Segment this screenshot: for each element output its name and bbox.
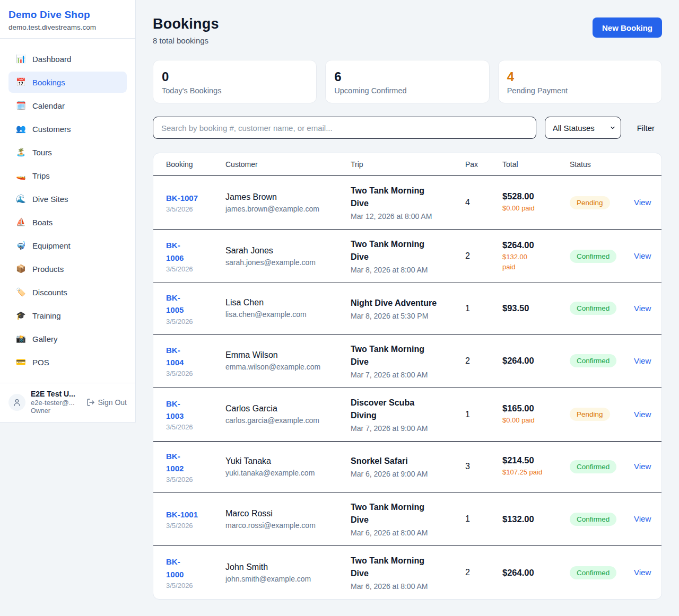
sidebar-item-label: Calendar	[32, 101, 65, 110]
customer-email: marco.rossi@example.com	[225, 521, 351, 530]
total-cell: $132.00	[502, 514, 570, 524]
booking-id-link[interactable]: BK- 1003	[166, 398, 225, 423]
search-input[interactable]	[153, 117, 536, 139]
total-amount: $165.00	[502, 403, 570, 413]
stat-card-todays-bookings: 0 Today's Bookings	[153, 60, 317, 103]
customer-email: sarah.jones@example.com	[225, 258, 351, 267]
sidebar: Demo Dive Shop demo.test.divestreams.com…	[0, 0, 136, 423]
sidebar-item-equipment[interactable]: 🤿 Equipment	[8, 235, 127, 256]
sidebar-item-calendar[interactable]: 🗓️ Calendar	[8, 95, 127, 116]
sidebar-item-products[interactable]: 📦 Products	[8, 258, 127, 279]
view-link[interactable]: View	[634, 304, 651, 313]
booking-date: 3/5/2026	[166, 476, 225, 483]
booking-cell: BK- 1005 3/5/2026	[166, 292, 225, 325]
new-booking-button[interactable]: New Booking	[593, 17, 662, 38]
trip-name: Two Tank Morning Dive	[351, 184, 465, 210]
booking-cell: BK-1007 3/5/2026	[166, 192, 225, 213]
booking-date: 3/5/2026	[166, 205, 225, 213]
sidebar-item-customers[interactable]: 👥 Customers	[8, 118, 127, 139]
trip-cell: Two Tank Morning Dive Mar 6, 2026 at 8:0…	[351, 555, 465, 591]
sidebar-item-training[interactable]: 🎓 Training	[8, 305, 127, 326]
booking-cell: BK- 1003 3/5/2026	[166, 398, 225, 432]
customer-cell: Yuki Tanaka yuki.tanaka@example.com	[225, 456, 351, 477]
filter-row: All Statuses Filter	[153, 117, 662, 139]
sidebar-item-label: Gallery	[32, 335, 58, 344]
sidebar-item-label: POS	[32, 358, 49, 367]
sidebar-item-label: Tours	[32, 148, 52, 157]
trip-datetime: Mar 7, 2026 at 9:00 AM	[351, 424, 465, 433]
pax-value: 3	[465, 462, 502, 471]
booking-id-link[interactable]: BK- 1000	[166, 556, 225, 580]
paid-amount: $0.00 paid	[502, 416, 570, 426]
filter-button[interactable]: Filter	[630, 124, 662, 133]
booking-id-link[interactable]: BK-1001	[166, 508, 225, 521]
sidebar-item-discounts[interactable]: 🏷️ Discounts	[8, 281, 127, 303]
trip-name: Discover Scuba Diving	[351, 397, 465, 422]
booking-id-link[interactable]: BK- 1006	[166, 239, 225, 264]
total-amount: $264.00	[502, 240, 570, 250]
pax-value: 1	[465, 304, 502, 313]
page-header-text: Bookings 8 total bookings	[153, 16, 219, 45]
booking-id-link[interactable]: BK-1007	[166, 192, 225, 204]
view-link[interactable]: View	[634, 514, 651, 523]
actions-cell: View	[634, 410, 651, 419]
actions-cell: View	[634, 198, 651, 207]
sidebar-item-gallery[interactable]: 📸 Gallery	[8, 328, 127, 349]
status-select[interactable]: All Statuses	[545, 117, 621, 139]
customer-name: Emma Wilson	[225, 350, 351, 360]
user-section: E2E Test U... e2e-tester@... Owner Sign …	[0, 383, 135, 422]
user-name: E2E Test U...	[31, 390, 81, 399]
sidebar-item-boats[interactable]: ⛵ Boats	[8, 212, 127, 233]
stat-value: 0	[162, 69, 308, 84]
sidebar-item-dive-sites[interactable]: 🌊 Dive Sites	[8, 188, 127, 209]
sign-out-button[interactable]: Sign Out	[86, 398, 127, 407]
paid-amount: $107.25 paid	[502, 468, 570, 478]
booking-id-link[interactable]: BK- 1004	[166, 344, 225, 369]
dashboard-icon: 📊	[16, 54, 25, 64]
sidebar-item-label: Dashboard	[32, 55, 71, 64]
paid-amount: $0.00 paid	[502, 204, 570, 214]
actions-cell: View	[634, 568, 651, 577]
trip-name: Two Tank Morning Dive	[351, 501, 465, 526]
view-link[interactable]: View	[634, 568, 651, 577]
table-header: Booking Customer Trip Pax Total Status	[153, 153, 661, 176]
table-row: BK- 1000 3/5/2026 John Smith john.smith@…	[153, 546, 661, 599]
view-link[interactable]: View	[634, 356, 651, 365]
actions-cell: View	[634, 514, 651, 524]
sidebar-item-label: Products	[32, 265, 64, 274]
sidebar-item-bookings[interactable]: 📅 Bookings	[8, 72, 127, 93]
view-link[interactable]: View	[634, 410, 651, 419]
bookings-table: Booking Customer Trip Pax Total Status B…	[153, 153, 662, 600]
booking-id-link[interactable]: BK- 1002	[166, 450, 225, 475]
equipment-icon: 🤿	[16, 241, 25, 250]
sidebar-item-label: Customers	[32, 125, 71, 134]
sidebar-item-pos[interactable]: 💳 POS	[8, 351, 127, 373]
sidebar-item-tours[interactable]: 🏝️ Tours	[8, 142, 127, 163]
view-link[interactable]: View	[634, 462, 651, 471]
status-badge: Confirmed	[570, 513, 616, 526]
user-meta: E2E Test U... e2e-tester@... Owner	[31, 390, 81, 416]
user-role: Owner	[31, 407, 81, 416]
sidebar-item-dashboard[interactable]: 📊 Dashboard	[8, 48, 127, 69]
bookings-icon: 📅	[16, 77, 25, 87]
table-row: BK-1007 3/5/2026 James Brown james.brown…	[153, 176, 661, 230]
sidebar-item-trips[interactable]: 🚤 Trips	[8, 165, 127, 186]
actions-cell: View	[634, 462, 651, 471]
trip-datetime: Mar 8, 2026 at 5:30 PM	[351, 312, 465, 320]
customer-email: lisa.chen@example.com	[225, 310, 351, 319]
table-row: BK- 1003 3/5/2026 Carlos Garcia carlos.g…	[153, 388, 661, 442]
trip-datetime: Mar 7, 2026 at 8:00 AM	[351, 371, 465, 379]
trip-cell: Discover Scuba Diving Mar 7, 2026 at 9:0…	[351, 397, 465, 433]
booking-id-link[interactable]: BK- 1005	[166, 292, 225, 316]
pos-icon: 💳	[16, 357, 25, 367]
sign-out-label: Sign Out	[98, 398, 127, 407]
booking-date: 3/5/2026	[166, 582, 225, 589]
trip-cell: Two Tank Morning Dive Mar 6, 2026 at 8:0…	[351, 501, 465, 537]
view-link[interactable]: View	[634, 251, 651, 260]
status-badge: Confirmed	[570, 302, 616, 315]
customer-email: yuki.tanaka@example.com	[225, 469, 351, 477]
trip-datetime: Mar 12, 2026 at 8:00 AM	[351, 212, 465, 221]
total-bookings-count: 8 total bookings	[153, 36, 219, 45]
total-amount: $132.00	[502, 514, 570, 524]
view-link[interactable]: View	[634, 198, 651, 207]
